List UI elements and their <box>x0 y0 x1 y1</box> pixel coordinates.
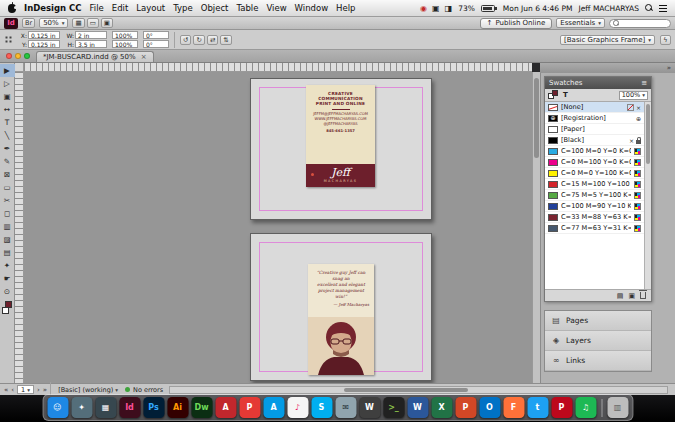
terminal-dock-icon[interactable]: >_ <box>383 397 404 418</box>
tint-select[interactable]: 100%▾ <box>619 91 648 100</box>
hscroll-thumb[interactable] <box>344 388 468 392</box>
menu-file[interactable]: File <box>90 3 104 13</box>
swatch-row[interactable]: C=77 M=63 Y=31 K=15 <box>545 223 644 234</box>
view-button-1[interactable]: ▭ <box>87 18 99 28</box>
transform-button-2[interactable]: ⇄ <box>207 35 218 45</box>
zoom-tool[interactable]: ⊙ <box>0 285 15 298</box>
volume-icon[interactable]: ◨ <box>445 4 453 13</box>
scale-y-field[interactable]: 100% <box>112 40 138 48</box>
twitter-dock-icon[interactable]: t <box>527 397 548 418</box>
bridge-button[interactable]: Br <box>22 18 35 28</box>
type-tool[interactable]: T <box>0 116 15 129</box>
menu-object[interactable]: Object <box>201 3 229 13</box>
swatch-row[interactable]: [Paper] <box>545 124 644 135</box>
acrobat-dock-icon[interactable]: A <box>215 397 236 418</box>
direct-selection-tool[interactable]: ▷ <box>0 77 15 90</box>
height-field[interactable]: 3.5 in <box>75 40 107 48</box>
swatch-row[interactable]: C=33 M=88 Y=63 K=31 <box>545 212 644 223</box>
panel-button-links[interactable]: ∞Links <box>545 351 651 371</box>
swatch-views-button[interactable]: ▤ <box>617 292 624 300</box>
eyedropper-tool[interactable]: ✦ <box>0 259 15 272</box>
page-tool[interactable]: ▣ <box>0 90 15 103</box>
photos-dark-dock-icon[interactable]: ▦ <box>95 397 116 418</box>
document-tab[interactable]: *JM-BUSCARD.indd @ 50% × <box>36 51 154 62</box>
notification-center-icon[interactable] <box>659 5 667 12</box>
swatches-scroll-thumb[interactable] <box>646 104 650 164</box>
spotify-dock-icon[interactable]: ♫ <box>575 397 596 418</box>
outlook-dock-icon[interactable]: O <box>479 397 500 418</box>
vertical-scrollbar[interactable] <box>532 72 540 383</box>
swatch-row[interactable]: C=15 M=100 Y=100 K=0 <box>545 179 644 190</box>
app-store-dock-icon[interactable]: A <box>263 397 284 418</box>
rotation-field[interactable]: 0° <box>143 31 169 39</box>
pen-tool[interactable]: ✒ <box>0 142 15 155</box>
x-position-field[interactable]: 0.125 in <box>28 31 60 39</box>
swatch-row[interactable]: C=100 M=0 Y=0 K=0 <box>545 146 644 157</box>
page-number-select[interactable]: 1▾ <box>17 385 34 394</box>
transform-button-1[interactable]: ↻ <box>193 35 204 45</box>
text-color-button[interactable]: T <box>563 91 568 99</box>
free-transform-tool[interactable]: ◻ <box>0 207 15 220</box>
view-button-2[interactable]: ▣ <box>101 18 113 28</box>
gradient-feather-tool[interactable]: ▨ <box>0 233 15 246</box>
transform-button-3[interactable]: ⇅ <box>220 35 231 45</box>
close-window-button[interactable] <box>6 53 12 59</box>
swatch-row[interactable]: C=0 M=100 Y=0 K=0 <box>545 157 644 168</box>
wordpress-dock-icon[interactable]: W <box>359 397 380 418</box>
pinterest-dock-icon[interactable]: P <box>551 397 572 418</box>
scissors-tool[interactable]: ✂ <box>0 194 15 207</box>
menu-edit[interactable]: Edit <box>112 3 128 13</box>
swatch-row[interactable]: [Black]× <box>545 135 644 146</box>
mail-dock-icon[interactable]: ✉ <box>335 397 356 418</box>
panel-button-layers[interactable]: ◈Layers <box>545 331 651 351</box>
menu-help[interactable]: Help <box>336 3 355 13</box>
excel-dock-icon[interactable]: X <box>431 397 452 418</box>
width-field[interactable]: 2 in <box>75 31 107 39</box>
vertical-ruler[interactable] <box>15 72 24 383</box>
user-menu[interactable]: Jeff MACHARYAS <box>579 4 639 13</box>
trash-dock-icon[interactable]: ▥ <box>607 397 628 418</box>
reference-point-proxy[interactable] <box>4 35 13 44</box>
menu-window[interactable]: Window <box>295 3 329 13</box>
transform-button-0[interactable]: ↺ <box>180 35 191 45</box>
spotlight-icon[interactable] <box>645 4 653 12</box>
collapse-panels-button[interactable]: » <box>667 64 671 72</box>
swatch-row[interactable]: C=100 M=90 Y=10 K=0 <box>545 201 644 212</box>
dreamweaver-dock-icon[interactable]: Dw <box>191 397 212 418</box>
indesign-dock-icon[interactable]: Id <box>119 397 140 418</box>
new-swatch-button[interactable]: ▣ <box>628 292 635 300</box>
horizontal-ruler[interactable] <box>24 63 532 72</box>
finder-dock-icon[interactable]: ☺ <box>47 397 68 418</box>
panel-menu-icon[interactable]: ≡ <box>641 79 647 87</box>
search-input[interactable] <box>609 19 671 28</box>
launchpad-dock-icon[interactable]: ✦ <box>71 397 92 418</box>
swatch-row[interactable]: [Registration]⊕ <box>545 113 644 124</box>
horizontal-scrollbar[interactable] <box>169 386 668 394</box>
shear-field[interactable]: 0° <box>143 40 169 48</box>
fill-proxy-chip[interactable] <box>552 90 558 96</box>
menu-layout[interactable]: Layout <box>136 3 165 13</box>
line-tool[interactable]: ╲ <box>0 129 15 142</box>
apple-menu-icon[interactable] <box>8 4 16 13</box>
business-card-back[interactable]: “Creative guy Jeff can snag anexcellent … <box>308 264 374 375</box>
word-dock-icon[interactable]: W <box>407 397 428 418</box>
zoom-window-button[interactable] <box>24 53 30 59</box>
swatches-tab[interactable]: Swatches <box>549 79 582 87</box>
next-page-button[interactable]: › <box>37 386 40 394</box>
photoshop-dock-icon[interactable]: Ps <box>143 397 164 418</box>
pasteboard[interactable]: CREATIVE COMMUNICATIONPRINT AND ONLINE J… <box>24 72 532 383</box>
note-tool[interactable]: ▤ <box>0 246 15 259</box>
powerpoint-dock-icon[interactable]: P <box>455 397 476 418</box>
fill-stroke-proxy[interactable] <box>548 90 559 100</box>
delete-swatch-icon[interactable] <box>640 292 646 299</box>
publish-online-button[interactable]: ↑Publish Online <box>480 18 553 29</box>
gradient-tool[interactable]: ▥ <box>0 220 15 233</box>
page-1[interactable]: CREATIVE COMMUNICATIONPRINT AND ONLINE J… <box>250 78 432 220</box>
menu-type[interactable]: Type <box>173 3 193 13</box>
view-button-0[interactable]: ▦ <box>72 18 84 28</box>
menu-table[interactable]: Table <box>236 3 258 13</box>
display-icon[interactable]: ▣ <box>432 4 440 13</box>
close-tab-icon[interactable]: × <box>141 53 147 61</box>
effects-button[interactable]: ϟ <box>660 35 671 45</box>
rectangle-tool[interactable]: ▭ <box>0 181 15 194</box>
